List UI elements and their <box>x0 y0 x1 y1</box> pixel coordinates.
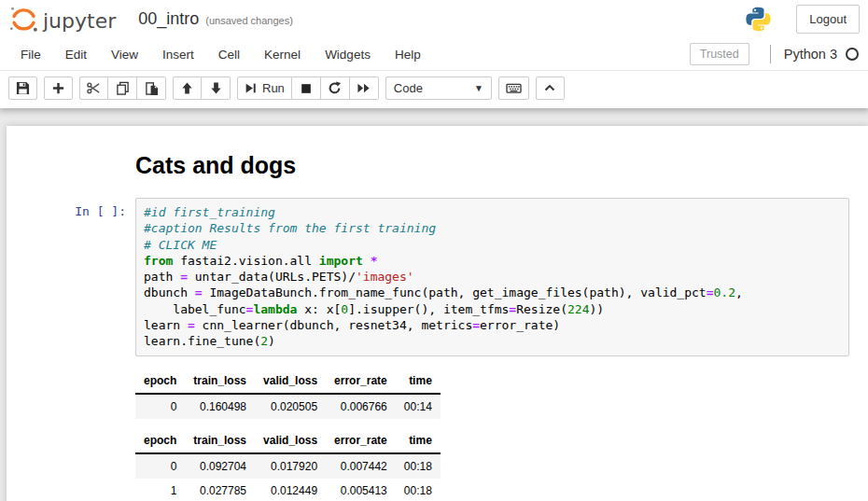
paste-cell-button[interactable] <box>137 77 166 100</box>
kernel-idle-indicator-icon <box>845 47 860 62</box>
table-cell: 0.160498 <box>185 394 255 419</box>
cut-cell-button[interactable] <box>79 77 108 100</box>
table-header-cell: valid_loss <box>255 428 326 453</box>
titlebar-right: Logout <box>745 5 860 34</box>
jupyter-wordmark: jupyter <box>43 11 116 35</box>
training-results-table: epochtrain_lossvalid_losserror_ratetime0… <box>135 369 441 419</box>
code-line: # CLICK ME <box>144 237 841 253</box>
table-header-cell: time <box>396 428 441 453</box>
save-button[interactable] <box>8 77 37 100</box>
move-cell-down-button[interactable] <box>202 77 231 100</box>
fast-forward-icon <box>357 81 371 95</box>
menu-widgets[interactable]: Widgets <box>313 40 383 69</box>
code-cell-prompt: In [ ]: <box>11 198 135 356</box>
cut-scissors-icon <box>87 81 101 95</box>
code-line: #id first_training <box>144 204 841 220</box>
table-header-cell: train_loss <box>185 369 255 394</box>
table-header-cell: valid_loss <box>255 369 326 394</box>
add-cell-button[interactable] <box>44 77 73 100</box>
jupyter-logo[interactable]: jupyter <box>8 4 116 35</box>
interrupt-kernel-button[interactable] <box>292 77 321 100</box>
menu-file[interactable]: File <box>8 40 53 69</box>
restart-kernel-button[interactable] <box>321 77 350 100</box>
code-cell[interactable]: In [ ]: #id first_training#caption Resul… <box>7 193 868 361</box>
logout-button[interactable]: Logout <box>796 5 860 34</box>
code-input-area[interactable]: #id first_training#caption Results from … <box>135 198 849 356</box>
output-prompt <box>11 365 135 501</box>
code-line: label_func=lambda x: x[0].isupper(), ite… <box>144 301 841 317</box>
table-header-cell: error_rate <box>326 369 396 394</box>
table-header-cell: time <box>396 369 441 394</box>
toolbar: Run Code ▼ <box>0 71 868 108</box>
code-line: learn.fine_tune(2) <box>144 333 841 349</box>
table-cell: 0 <box>135 394 185 419</box>
code-line: from fastai2.vision.all import * <box>144 253 841 269</box>
command-palette-button[interactable] <box>498 77 529 100</box>
header: jupyter 00_intro (unsaved changes) Logou… <box>0 0 868 108</box>
menu-edit[interactable]: Edit <box>53 40 99 69</box>
move-cell-up-button[interactable] <box>173 77 202 100</box>
table-header-cell: error_rate <box>326 428 396 453</box>
table-header-cell: train_loss <box>185 428 255 453</box>
notebook-site: Cats and dogs In [ ]: #id first_training… <box>0 108 868 501</box>
table-cell: 0.020505 <box>255 394 326 419</box>
table-header-cell: epoch <box>135 428 185 453</box>
plus-icon <box>51 81 65 95</box>
table-cell: 00:18 <box>396 453 441 479</box>
notebook-title[interactable]: 00_intro <box>138 9 199 29</box>
menu-bar: FileEditViewInsertCellKernelWidgetsHelp … <box>0 38 868 71</box>
table-cell: 00:18 <box>396 479 441 501</box>
arrow-up-icon <box>180 81 194 95</box>
autosave-status: (unsaved changes) <box>205 15 293 26</box>
kernel-name: Python 3 <box>784 47 837 62</box>
menu-kernel[interactable]: Kernel <box>252 40 313 69</box>
paste-icon <box>145 81 159 95</box>
code-line: path = untar_data(URLs.PETS)/'images' <box>144 269 841 285</box>
copy-cell-button[interactable] <box>108 77 137 100</box>
table-cell: 1 <box>135 479 185 501</box>
menu-help[interactable]: Help <box>383 40 433 69</box>
menu-insert[interactable]: Insert <box>150 40 206 69</box>
keyboard-icon <box>506 81 522 95</box>
menu-cell[interactable]: Cell <box>206 40 252 69</box>
training-results-table: epochtrain_lossvalid_losserror_ratetime0… <box>135 428 441 501</box>
code-line: #caption Results from the first training <box>144 220 841 236</box>
step-forward-icon <box>245 82 257 94</box>
table-cell: 0.092704 <box>185 453 255 479</box>
table-cell: 0 <box>135 453 185 479</box>
menubar-right: Trusted Python 3 <box>690 43 860 65</box>
save-icon <box>16 81 30 95</box>
arrow-down-icon <box>209 81 223 95</box>
output-area: epochtrain_lossvalid_losserror_ratetime0… <box>135 365 849 501</box>
run-cell-button[interactable]: Run <box>237 77 292 100</box>
table-cell: 0.006766 <box>326 394 396 419</box>
kernel-separator <box>770 45 771 63</box>
copy-icon <box>116 81 130 95</box>
trusted-badge[interactable]: Trusted <box>690 43 749 65</box>
table-row: 00.1604980.0205050.00676600:14 <box>135 394 441 419</box>
table-row: 00.0927040.0179200.00744200:18 <box>135 453 441 479</box>
code-line: dbunch = ImageDataBunch.from_name_func(p… <box>144 285 841 300</box>
python-logo-icon <box>745 6 772 33</box>
title-bar: jupyter 00_intro (unsaved changes) Logou… <box>0 0 868 38</box>
notebook-title-group: 00_intro (unsaved changes) <box>138 9 293 29</box>
menu-view[interactable]: View <box>99 40 150 69</box>
chevron-down-icon: ▼ <box>474 83 483 93</box>
table-cell: 0.012449 <box>255 479 326 501</box>
table-cell: 0.017920 <box>255 453 326 479</box>
scroll-up-button[interactable] <box>536 77 565 100</box>
table-cell: 0.005413 <box>326 479 396 501</box>
notebook-heading: Cats and dogs <box>135 152 849 179</box>
chevron-up-icon <box>543 82 556 94</box>
table-cell: 0.007442 <box>326 453 396 479</box>
output-cell: epochtrain_lossvalid_losserror_ratetime0… <box>7 361 868 501</box>
table-cell: 00:14 <box>396 394 441 419</box>
menu-items: FileEditViewInsertCellKernelWidgetsHelp <box>8 40 433 69</box>
run-button-label: Run <box>262 81 285 95</box>
cell-type-select[interactable]: Code ▼ <box>385 77 492 100</box>
markdown-cell[interactable]: Cats and dogs <box>7 135 868 193</box>
table-row: 10.0277850.0124490.00541300:18 <box>135 479 441 501</box>
stop-icon <box>300 82 313 95</box>
cell-type-value: Code <box>394 81 423 95</box>
restart-run-all-button[interactable] <box>350 77 379 100</box>
